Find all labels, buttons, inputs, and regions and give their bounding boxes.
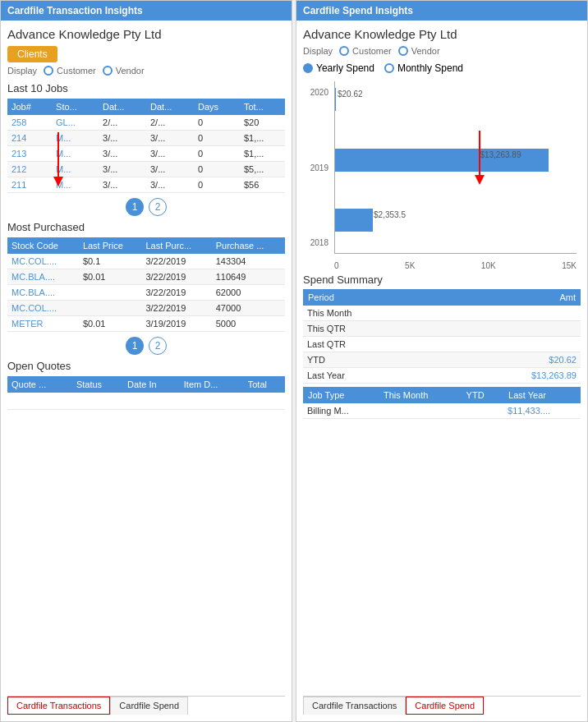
store-link[interactable]: M... <box>56 164 71 174</box>
jobs-cell: $20 <box>240 115 285 131</box>
mp-cell: 3/22/2019 <box>141 301 211 316</box>
jobs-cell: 0 <box>194 131 240 146</box>
table-row: 258GL...2/...2/...0$20 <box>7 115 285 131</box>
mp-cell: $0.01 <box>79 269 142 285</box>
spend-period-cell: Last Year <box>303 368 441 384</box>
monthly-radio-icon <box>384 63 394 73</box>
mp-cell: 3/22/2019 <box>141 285 211 301</box>
spend-period-cell: This QTR <box>303 321 441 337</box>
jobs-cell: 3/... <box>99 162 146 177</box>
spend-amt-link[interactable]: $20.62 <box>549 355 577 365</box>
spend-chart-container: 2020 2019 2018 $20.62 $13,263.89 $2,353.… <box>303 81 581 270</box>
mp-cell: MC.BLA.... <box>7 285 79 301</box>
jt-col-lastyear: Last Year <box>503 387 581 403</box>
jobs-page1-btn[interactable]: 1 <box>126 198 144 216</box>
tab-cardfile-transactions-left[interactable]: Cardfile Transactions <box>7 697 110 715</box>
mp-cell: MC.BLA.... <box>7 269 79 285</box>
spend-type-row: Yearly Spend Monthly Spend <box>303 62 581 74</box>
mp-cell: 47000 <box>212 301 285 316</box>
mp-cell: MC.COL.... <box>7 301 79 316</box>
mp-page2-btn[interactable]: 2 <box>149 337 167 355</box>
left-panel-title: Cardfile Transaction Insights <box>7 5 143 16</box>
tab-cardfile-spend-left[interactable]: Cardfile Spend <box>110 697 188 715</box>
jobs-col-sto: Sto... <box>52 99 99 115</box>
mp-page1-btn[interactable]: 1 <box>126 337 144 355</box>
jobs-cell: 258 <box>7 115 52 131</box>
jt-cell: Billing M... <box>303 403 379 419</box>
monthly-label: Monthly Spend <box>397 62 463 74</box>
jobs-col-dat2: Dat... <box>146 99 194 115</box>
spend-period-cell: Last QTR <box>303 337 441 352</box>
mp-cell: METER <box>7 316 79 332</box>
jobs-cell: 0 <box>194 162 240 177</box>
vendor-radio-icon-left <box>103 66 113 76</box>
jt-col-ytd: YTD <box>462 387 503 403</box>
jobs-cell: 3/... <box>146 162 194 177</box>
clients-button[interactable]: Clients <box>7 46 57 62</box>
jobs-cell: 0 <box>194 115 240 131</box>
jt-cell: $11,433.... <box>503 403 581 419</box>
jt-amount-link[interactable]: $11,433.... <box>508 406 550 416</box>
jobs-cell: M... <box>52 162 99 177</box>
table-row: METER$0.013/19/20195000 <box>7 316 285 332</box>
monthly-radio[interactable]: Monthly Spend <box>384 62 463 74</box>
jobs-cell: $1,... <box>240 146 285 162</box>
job-link[interactable]: 214 <box>11 133 26 143</box>
jobs-cell: 3/... <box>99 131 146 146</box>
customer-radio-icon-left <box>44 66 53 76</box>
job-link[interactable]: 212 <box>11 164 26 174</box>
table-row: Last QTR <box>303 337 581 352</box>
stock-link[interactable]: MC.COL.... <box>11 256 57 266</box>
right-panel-header: Cardfile Spend Insights <box>296 1 587 21</box>
store-link[interactable]: M... <box>56 180 71 190</box>
tab-cardfile-transactions-right[interactable]: Cardfile Transactions <box>303 697 406 715</box>
job-link[interactable]: 258 <box>11 117 26 127</box>
vendor-radio-right[interactable]: Vendor <box>398 46 440 56</box>
table-row: 214M...3/...3/...0$1,... <box>7 131 285 146</box>
customer-radio-left[interactable]: Customer <box>44 66 96 76</box>
table-row: 212M...3/...3/...0$5,... <box>7 162 285 177</box>
store-link[interactable]: M... <box>56 149 71 159</box>
left-panel: Cardfile Transaction Insights Advance Kn… <box>0 0 292 722</box>
spend-amt-link[interactable]: $13,263.89 <box>531 370 577 380</box>
stock-link[interactable]: METER <box>11 319 44 329</box>
job-link[interactable]: 213 <box>11 149 26 159</box>
job-link[interactable]: 211 <box>11 180 26 190</box>
mp-cell: $0.01 <box>79 316 142 332</box>
yearly-radio[interactable]: Yearly Spend <box>303 62 374 74</box>
stock-link[interactable]: MC.COL.... <box>11 303 57 313</box>
jobs-cell: 3/... <box>99 146 146 162</box>
x-label-15k: 15K <box>562 261 577 270</box>
stock-link[interactable]: MC.BLA.... <box>11 272 55 282</box>
display-label-left: Display <box>7 66 37 76</box>
jobs-cell: 3/... <box>146 146 194 162</box>
table-row: 211M...3/...3/...0$56 <box>7 177 285 193</box>
mp-cell: $0.1 <box>79 254 142 269</box>
jobs-col-job: Job# <box>7 99 52 115</box>
vendor-radio-left[interactable]: Vendor <box>103 66 145 76</box>
right-panel-body: Advance Knowledge Pty Ltd Display Custom… <box>296 21 587 721</box>
display-row-right: Display Customer Vendor <box>303 46 581 56</box>
jobs-col-tot: Tot... <box>240 99 285 115</box>
jobs-col-dat1: Dat... <box>99 99 146 115</box>
mp-col-price: Last Price <box>79 237 142 254</box>
mp-cell <box>79 285 142 301</box>
tab-cardfile-spend-right[interactable]: Cardfile Spend <box>406 697 484 715</box>
store-link[interactable]: GL... <box>56 117 76 127</box>
customer-radio-right[interactable]: Customer <box>339 46 392 56</box>
mp-cell: 62000 <box>212 285 285 301</box>
spend-period-cell: YTD <box>303 352 441 368</box>
jobs-page2-btn[interactable]: 2 <box>149 198 167 216</box>
jobs-cell: $5,... <box>240 162 285 177</box>
mp-col-qty: Purchase ... <box>212 237 285 254</box>
store-link[interactable]: M... <box>56 133 71 143</box>
yearly-radio-icon <box>303 63 313 73</box>
jobs-table: Job# Sto... Dat... Dat... Days Tot... 25… <box>7 99 285 193</box>
jobs-cell: 214 <box>7 131 52 146</box>
left-company-name: Advance Knowledge Pty Ltd <box>7 27 285 41</box>
table-row: MC.BLA....3/22/201962000 <box>7 285 285 301</box>
open-quotes-title: Open Quotes <box>7 360 285 372</box>
mp-cell: 3/22/2019 <box>141 254 211 269</box>
stock-link[interactable]: MC.BLA.... <box>11 287 55 297</box>
table-row: MC.COL....$0.13/22/2019143304 <box>7 254 285 269</box>
